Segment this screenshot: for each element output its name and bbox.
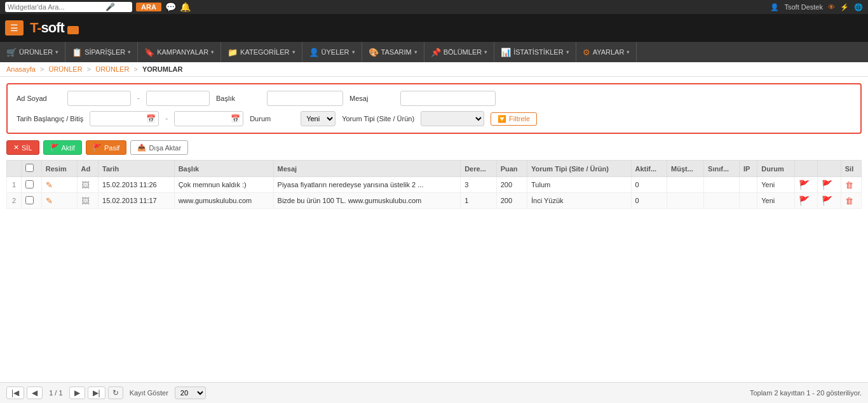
row-derece: 3 — [461, 177, 497, 193]
row-num: 2 — [7, 193, 22, 209]
select-durum[interactable]: Yeni Aktif Pasif — [301, 111, 336, 126]
row-edit[interactable]: ✎ — [41, 177, 77, 193]
search-bar[interactable]: 🎤 — [5, 2, 132, 12]
trash-icon[interactable]: 🗑 — [845, 196, 853, 206]
date-end-input[interactable] — [177, 115, 228, 122]
th-flags — [795, 161, 818, 177]
data-table: Resim Ad Tarih Başlık Mesaj Dere... Puan… — [6, 160, 862, 209]
active-button[interactable]: 🚩 Aktif — [43, 140, 82, 155]
input-mesaj[interactable] — [400, 91, 496, 106]
row-delete[interactable]: 🗑 — [841, 177, 861, 193]
row-checkbox-cell — [22, 193, 42, 209]
row-resim[interactable]: 🖼 — [77, 193, 98, 209]
chat-icon[interactable]: 💬 — [165, 2, 176, 12]
nav-item-istatistikler[interactable]: 📊 İSTATİSTİKLER ▾ — [494, 42, 576, 62]
page-size-select[interactable]: 20 50 100 — [175, 386, 206, 394]
nav-item-uyeler[interactable]: 👤 ÜYELER ▾ — [302, 42, 362, 62]
member-icon: 👤 — [309, 48, 319, 57]
nav-item-ayarlar[interactable]: ⚙ AYARLAR ▾ — [576, 42, 637, 62]
nav-label-siparisler: SİPARİŞLER — [85, 48, 125, 56]
row-checkbox[interactable] — [25, 180, 34, 188]
grid-icon[interactable]: ⚡ — [840, 3, 849, 11]
th-mesaj: Mesaj — [273, 161, 461, 177]
next-page-button[interactable]: ▶ — [69, 386, 85, 394]
nav-item-kategoriler[interactable]: 📁 KATEGORİLER ▾ — [221, 42, 302, 62]
row-aktif: 0 — [631, 177, 667, 193]
date-start-input[interactable] — [93, 115, 144, 122]
table-row: 1 ✎ 🖼 15.02.2013 11:26 Çok memnun kaldık… — [7, 177, 862, 193]
row-ip — [739, 193, 757, 209]
row-baslik: www.gumuskulubu.com — [174, 193, 273, 209]
label-tarih: Tarih Başlangıç / Bitiş — [17, 115, 83, 122]
action-bar: ✕ SİL 🚩 Aktif 🚩 Pasif 📤 Dışa Aktar — [6, 140, 862, 155]
logo-soft: soft — [41, 20, 64, 36]
breadcrumb-level1[interactable]: ÜRÜNLER — [48, 65, 82, 73]
row-flag-red[interactable]: 🚩 — [818, 177, 841, 193]
row-delete[interactable]: 🗑 — [841, 193, 861, 209]
row-flag-green[interactable]: 🚩 — [795, 193, 818, 209]
nav-label-tasarim: TASARIM — [381, 48, 412, 56]
filter-funnel-icon: 🔽 — [498, 115, 506, 123]
passive-button[interactable]: 🚩 Pasif — [86, 140, 126, 155]
nav-label-kategoriler: KATEGORİLER — [240, 48, 289, 56]
green-flag-icon[interactable]: 🚩 — [799, 195, 810, 206]
prev-page-button[interactable]: ◀ — [27, 386, 43, 394]
input-soyad[interactable] — [146, 91, 210, 106]
filter-button[interactable]: 🔽 Filtrele — [491, 112, 537, 126]
flag-icon[interactable]: 🌐 — [854, 3, 863, 11]
first-page-button[interactable]: |◀ — [6, 386, 24, 394]
refresh-button[interactable]: ↻ — [108, 386, 123, 394]
nav-item-kampanyalar[interactable]: 🔖 KAMPANYALAR ▾ — [138, 42, 221, 62]
red-flag-icon[interactable]: 🚩 — [822, 180, 832, 190]
row-flag-green[interactable]: 🚩 — [795, 177, 818, 193]
nav-label-urunler: ÜRÜNLER — [19, 48, 53, 56]
show-label: Kayıt Göster — [130, 389, 168, 394]
export-icon: 📤 — [137, 143, 146, 152]
row-baslik: Çok memnun kaldık :) — [174, 177, 273, 193]
edit-icon[interactable]: ✎ — [46, 180, 53, 190]
nav-item-bolumler[interactable]: 📌 BÖLÜMLER ▾ — [424, 42, 495, 62]
row-aktif: 0 — [631, 193, 667, 209]
row-edit[interactable]: ✎ — [41, 193, 77, 209]
row-flag-red[interactable]: 🚩 — [818, 193, 841, 209]
eye-icon[interactable]: 👁 — [828, 3, 835, 11]
th-puan: Puan — [496, 161, 527, 177]
row-yorum-tipi: İnci Yüzük — [527, 193, 632, 209]
last-page-button[interactable]: ▶| — [88, 386, 105, 394]
nav-item-tasarim[interactable]: 🎨 TASARIM ▾ — [362, 42, 424, 62]
nav-item-urunler[interactable]: 🛒 ÜRÜNLER ▾ — [0, 42, 65, 62]
delete-button[interactable]: ✕ SİL — [6, 140, 39, 155]
hamburger-button[interactable]: ☰ — [5, 20, 24, 36]
export-button[interactable]: 📤 Dışa Aktar — [130, 140, 188, 155]
edit-icon[interactable]: ✎ — [46, 196, 53, 206]
row-checkbox[interactable] — [25, 196, 34, 204]
trash-icon[interactable]: 🗑 — [845, 180, 853, 190]
bell-icon[interactable]: 🔔 — [180, 2, 191, 12]
category-icon: 📁 — [227, 48, 238, 57]
th-derece: Dere... — [461, 161, 497, 177]
nav-label-ayarlar: AYARLAR — [593, 48, 625, 56]
image-icon[interactable]: 🖼 — [81, 196, 90, 206]
calendar-start-icon[interactable]: 📅 — [146, 114, 156, 123]
calendar-end-icon[interactable]: 📅 — [231, 114, 240, 123]
red-flag-icon[interactable]: 🚩 — [822, 195, 832, 206]
settings-icon: ⚙ — [583, 48, 590, 57]
select-all-checkbox[interactable] — [25, 164, 34, 172]
nav-item-siparisler[interactable]: 📋 SİPARİŞLER ▾ — [65, 42, 138, 62]
input-baslik[interactable] — [267, 91, 343, 106]
input-ad[interactable] — [67, 91, 131, 106]
th-ip: IP — [739, 161, 757, 177]
th-baslik: Başlık — [174, 161, 273, 177]
label-baslik: Başlık — [216, 95, 261, 102]
page-buttons: |◀ ◀ 1 / 1 ▶ ▶| ↻ Kayıt Göster 20 50 100 — [6, 386, 206, 394]
image-icon[interactable]: 🖼 — [81, 180, 90, 190]
green-flag-icon[interactable]: 🚩 — [799, 180, 810, 190]
th-flags2 — [818, 161, 841, 177]
search-input[interactable] — [8, 3, 103, 11]
search-button[interactable]: ARA — [136, 3, 161, 11]
row-resim[interactable]: 🖼 — [77, 177, 98, 193]
th-durum: Durum — [757, 161, 795, 177]
select-yorum-tipi[interactable] — [421, 111, 484, 126]
breadcrumb-level2[interactable]: ÜRÜNLER — [95, 65, 129, 73]
breadcrumb-home[interactable]: Anasayfa — [6, 65, 36, 73]
